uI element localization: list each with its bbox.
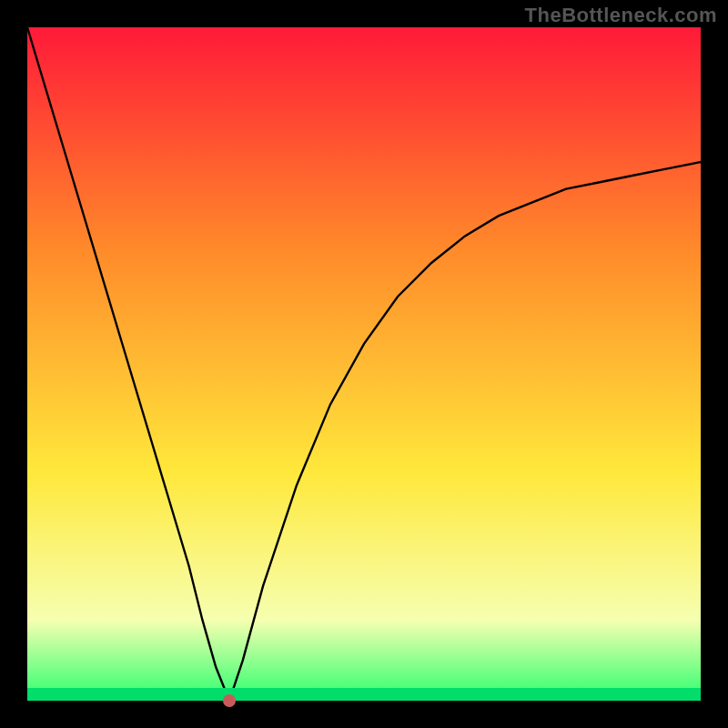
marker-dot bbox=[223, 694, 236, 707]
floor-band bbox=[27, 688, 701, 701]
bottleneck-plot bbox=[0, 0, 728, 728]
chart-frame: TheBottleneck.com bbox=[0, 0, 728, 728]
